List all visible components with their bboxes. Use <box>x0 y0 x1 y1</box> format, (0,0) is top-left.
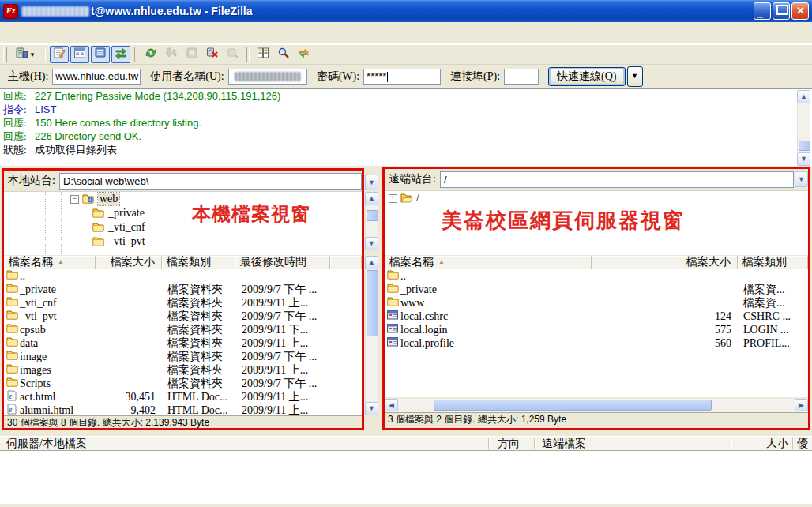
column-divider <box>792 438 793 449</box>
data[interactable]: data 檔案資料夾 2009/9/11 上... <box>4 336 362 350</box>
disconnect-button[interactable]: ▼ <box>203 46 222 63</box>
local-list-scrollbar[interactable] <box>365 269 378 402</box>
column-header-date[interactable]: 最後修改時間 <box>235 256 330 269</box>
column-header-size[interactable]: 檔案大小 <box>96 256 162 269</box>
column-header-name[interactable]: 檔案名稱▲ <box>4 256 96 269</box>
column-header-type[interactable]: 檔案類別 <box>738 256 808 269</box>
log-scroll-down-button[interactable]: ▼ <box>797 152 810 166</box>
tree-item[interactable]: _vti_pvt <box>4 235 362 249</box>
local.profile[interactable]: local.profile 560 PROFIL... <box>385 336 808 350</box>
queue-column-remote-file[interactable]: 遠端檔案 <box>542 437 586 450</box>
compare-icon <box>257 47 269 62</box>
port-input[interactable] <box>504 69 539 84</box>
column-header-type[interactable]: 檔案類別 <box>162 256 235 269</box>
log-line: 回應: 227 Entering Passive Mode (134,208,9… <box>0 89 812 103</box>
local-list-scroll-thumb[interactable] <box>367 270 378 336</box>
..[interactable]: .. <box>4 269 362 283</box>
menu-item[interactable] <box>111 31 128 36</box>
window-title: t@www.nhlue.edu.tw - FileZilla <box>91 5 252 17</box>
tree-item[interactable]: + / <box>385 191 808 205</box>
password-input[interactable]: ***** <box>363 69 441 84</box>
queue-column-server-local[interactable]: 伺服器/本地檔案 <box>6 437 87 450</box>
folder-open-icon <box>400 193 414 204</box>
local-list-scroll-down-button[interactable]: ▼ <box>365 402 378 415</box>
remote-site-combobox[interactable]: / <box>440 171 794 188</box>
remote-file-list: .. _private 檔案資... www 檔案資... <box>385 269 808 397</box>
unixfile-icon <box>385 323 400 336</box>
menu-item[interactable] <box>41 31 58 36</box>
www[interactable]: www 檔案資... <box>385 296 808 310</box>
menu-item[interactable] <box>93 31 111 36</box>
remote-scroll-right-button[interactable]: ▶ <box>795 399 808 411</box>
local-tree-scrollbar[interactable] <box>365 205 378 237</box>
column-header-size[interactable]: 檔案大小 <box>592 256 738 269</box>
directory-comparison-button[interactable]: ▼ <box>254 46 273 63</box>
refresh-button[interactable]: ▼ <box>141 46 160 63</box>
maximize-button[interactable] <box>773 2 790 20</box>
expander-icon[interactable]: − <box>70 195 79 204</box>
synchronized-browsing-button[interactable]: ▼ <box>295 46 314 63</box>
log-scrollbar[interactable] <box>797 103 810 152</box>
local-tree-scroll-down-button[interactable]: ▼ <box>365 237 378 250</box>
process-queue-button[interactable]: ▼ <box>162 46 181 63</box>
cpsub[interactable]: cpsub 檔案資料夾 2009/9/11 下... <box>4 323 362 336</box>
remote-site-label: 遠端站台: <box>385 172 440 186</box>
local-list-scroll-up-button[interactable]: ▲ <box>365 256 378 269</box>
log-scroll-thumb[interactable] <box>799 141 810 151</box>
log-view-icon <box>53 47 66 62</box>
_private[interactable]: _private 檔案資料夾 2009/9/7 下午 ... <box>4 283 362 296</box>
redacted-username-value <box>235 72 301 81</box>
_vti_pvt[interactable]: _vti_pvt 檔案資料夾 2009/9/7 下午 ... <box>4 310 362 323</box>
quickconnect-dropdown-button[interactable]: ▼ <box>627 66 643 87</box>
cancel-icon <box>186 47 198 62</box>
toggle-log-button[interactable]: ▼ <box>50 46 69 63</box>
images[interactable]: images 檔案資料夾 2009/9/11 上... <box>4 363 362 377</box>
file-search-button[interactable]: ▼ <box>274 46 293 63</box>
minimize-button[interactable]: _ <box>754 2 771 20</box>
_vti_cnf[interactable]: _vti_cnf 檔案資料夾 2009/9/11 上... <box>4 296 362 310</box>
log-line: 狀態: 成功取得目錄列表 <box>0 143 812 156</box>
cancel-button[interactable]: ▼ <box>182 46 201 63</box>
queue-column-direction[interactable]: 方向 <box>498 437 520 450</box>
local-site-dropdown-button[interactable]: ▼ <box>365 175 378 190</box>
local-list-header: 檔案名稱▲ 檔案大小 檔案類別 最後修改時間 <box>4 256 362 269</box>
..[interactable]: .. <box>385 269 808 283</box>
log-line: 回應: 226 Directory send OK. <box>0 130 812 143</box>
alumni.html[interactable]: e alumni.html 9,402 HTML Doc... 2009/9/1… <box>4 404 362 415</box>
remote-scroll-thumb[interactable] <box>434 400 712 411</box>
toggle-queue-button[interactable]: ▼ <box>111 46 130 63</box>
host-input[interactable]: www.nhlue.edu.tw <box>52 69 141 84</box>
reconnect-button[interactable]: ▼ <box>224 46 242 63</box>
remote-horizontal-scrollbar[interactable]: ◀ ▶ <box>385 399 808 412</box>
menu-item[interactable] <box>128 31 145 36</box>
local.login[interactable]: local.login 575 LOGIN ... <box>385 323 808 336</box>
site-manager-button[interactable]: ▼ <box>12 46 39 63</box>
local-site-label: 本地站台: <box>4 174 59 188</box>
_private[interactable]: _private 檔案資... <box>385 283 808 296</box>
image[interactable]: image 檔案資料夾 2009/9/7 下午 ... <box>4 350 362 363</box>
remote-pane-annotation-box: 遠端站台: / ▼ + / 美崙校區網頁伺服器視窗 檔案名稱▲ 檔案大小 檔案 <box>382 167 810 430</box>
folder-icon <box>92 208 106 219</box>
menu-item[interactable] <box>58 31 76 36</box>
menu-item[interactable] <box>6 31 24 36</box>
log-scroll-up-button[interactable]: ▲ <box>797 90 810 103</box>
close-button[interactable]: ✕ <box>791 2 809 20</box>
quickconnect-button[interactable]: 快速連線(Q) <box>548 67 625 86</box>
queue-column-size[interactable]: 大小 <box>735 437 788 450</box>
column-header-name[interactable]: 檔案名稱▲ <box>385 256 592 269</box>
local.cshrc[interactable]: local.cshrc 124 CSHRC ... <box>385 310 808 323</box>
remote-site-dropdown-button[interactable]: ▼ <box>795 171 808 187</box>
toggle-remote-tree-button[interactable]: ▼ <box>91 46 110 63</box>
menu-item[interactable] <box>76 31 93 36</box>
username-input[interactable] <box>228 69 307 84</box>
remote-scroll-left-button[interactable]: ◀ <box>385 399 398 411</box>
Scripts[interactable]: Scripts 檔案資料夾 2009/9/7 下午 ... <box>4 377 362 390</box>
toggle-local-tree-button[interactable]: ▼ <box>70 46 89 63</box>
act.html[interactable]: e act.html 30,451 HTML Doc... 2009/9/11 … <box>4 390 362 404</box>
local-tree-scroll-thumb[interactable] <box>367 210 378 221</box>
local-site-combobox[interactable]: D:\social web\web\ <box>59 173 362 190</box>
local-tree-scroll-up-button[interactable]: ▲ <box>365 192 378 205</box>
expander-icon[interactable]: + <box>389 194 397 203</box>
queue-column-priority[interactable]: 優 <box>797 437 808 450</box>
menu-item[interactable] <box>24 31 41 36</box>
